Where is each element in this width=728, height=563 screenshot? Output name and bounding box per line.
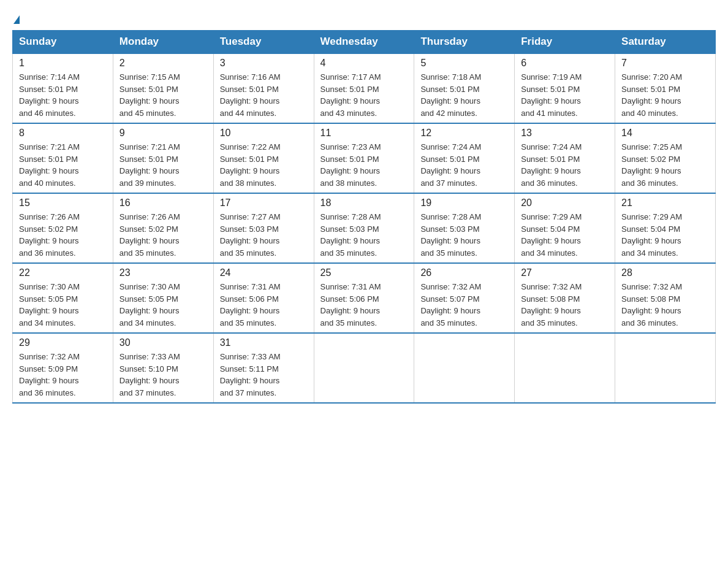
page-header (12, 12, 716, 24)
day-info: Sunrise: 7:26 AM Sunset: 5:02 PM Dayligh… (119, 211, 207, 259)
calendar-empty-cell (615, 333, 716, 403)
day-info: Sunrise: 7:20 AM Sunset: 5:01 PM Dayligh… (621, 71, 709, 119)
day-number: 23 (119, 267, 207, 278)
calendar-day-15: 15 Sunrise: 7:26 AM Sunset: 5:02 PM Dayl… (13, 193, 113, 263)
day-info: Sunrise: 7:30 AM Sunset: 5:05 PM Dayligh… (119, 281, 207, 329)
calendar-empty-cell (414, 333, 515, 403)
calendar-day-13: 13 Sunrise: 7:24 AM Sunset: 5:01 PM Dayl… (515, 123, 615, 193)
calendar-day-14: 14 Sunrise: 7:25 AM Sunset: 5:02 PM Dayl… (615, 123, 716, 193)
calendar-day-7: 7 Sunrise: 7:20 AM Sunset: 5:01 PM Dayli… (615, 53, 716, 123)
day-number: 4 (320, 58, 408, 69)
calendar-day-23: 23 Sunrise: 7:30 AM Sunset: 5:05 PM Dayl… (113, 263, 213, 333)
day-info: Sunrise: 7:33 AM Sunset: 5:11 PM Dayligh… (220, 351, 308, 399)
day-number: 16 (119, 197, 207, 209)
day-info: Sunrise: 7:24 AM Sunset: 5:01 PM Dayligh… (420, 141, 508, 189)
calendar-day-9: 9 Sunrise: 7:21 AM Sunset: 5:01 PM Dayli… (113, 123, 213, 193)
calendar-week-row: 22 Sunrise: 7:30 AM Sunset: 5:05 PM Dayl… (13, 263, 716, 333)
day-info: Sunrise: 7:18 AM Sunset: 5:01 PM Dayligh… (420, 71, 508, 119)
calendar-day-24: 24 Sunrise: 7:31 AM Sunset: 5:06 PM Dayl… (213, 263, 314, 333)
day-info: Sunrise: 7:31 AM Sunset: 5:06 PM Dayligh… (320, 281, 408, 329)
day-info: Sunrise: 7:29 AM Sunset: 5:04 PM Dayligh… (621, 211, 709, 259)
logo (12, 12, 20, 24)
day-number: 10 (220, 128, 308, 139)
day-number: 27 (521, 267, 609, 278)
calendar-day-8: 8 Sunrise: 7:21 AM Sunset: 5:01 PM Dayli… (13, 123, 113, 193)
day-number: 2 (119, 58, 207, 69)
weekday-header-friday: Friday (515, 31, 615, 54)
day-info: Sunrise: 7:29 AM Sunset: 5:04 PM Dayligh… (521, 211, 609, 259)
calendar-day-10: 10 Sunrise: 7:22 AM Sunset: 5:01 PM Dayl… (213, 123, 314, 193)
day-info: Sunrise: 7:32 AM Sunset: 5:08 PM Dayligh… (621, 281, 709, 329)
calendar-day-22: 22 Sunrise: 7:30 AM Sunset: 5:05 PM Dayl… (13, 263, 113, 333)
day-number: 12 (420, 128, 508, 139)
calendar-day-30: 30 Sunrise: 7:33 AM Sunset: 5:10 PM Dayl… (113, 333, 213, 403)
day-number: 14 (621, 128, 709, 139)
calendar-week-row: 8 Sunrise: 7:21 AM Sunset: 5:01 PM Dayli… (13, 123, 716, 193)
weekday-header-tuesday: Tuesday (213, 31, 314, 54)
calendar-day-1: 1 Sunrise: 7:14 AM Sunset: 5:01 PM Dayli… (13, 53, 113, 123)
calendar-day-28: 28 Sunrise: 7:32 AM Sunset: 5:08 PM Dayl… (615, 263, 716, 333)
day-number: 31 (220, 337, 308, 348)
calendar-day-29: 29 Sunrise: 7:32 AM Sunset: 5:09 PM Dayl… (13, 333, 113, 403)
day-info: Sunrise: 7:15 AM Sunset: 5:01 PM Dayligh… (119, 71, 207, 119)
day-number: 6 (521, 58, 609, 69)
calendar-table: SundayMondayTuesdayWednesdayThursdayFrid… (12, 30, 716, 404)
day-info: Sunrise: 7:25 AM Sunset: 5:02 PM Dayligh… (621, 141, 709, 189)
day-info: Sunrise: 7:32 AM Sunset: 5:07 PM Dayligh… (420, 281, 508, 329)
day-info: Sunrise: 7:21 AM Sunset: 5:01 PM Dayligh… (119, 141, 207, 189)
calendar-empty-cell (314, 333, 414, 403)
day-number: 19 (420, 197, 508, 209)
calendar-week-row: 1 Sunrise: 7:14 AM Sunset: 5:01 PM Dayli… (13, 53, 716, 123)
calendar-day-6: 6 Sunrise: 7:19 AM Sunset: 5:01 PM Dayli… (515, 53, 615, 123)
day-info: Sunrise: 7:26 AM Sunset: 5:02 PM Dayligh… (19, 211, 107, 259)
day-info: Sunrise: 7:16 AM Sunset: 5:01 PM Dayligh… (220, 71, 308, 119)
calendar-day-20: 20 Sunrise: 7:29 AM Sunset: 5:04 PM Dayl… (515, 193, 615, 263)
day-number: 1 (19, 58, 107, 69)
calendar-day-11: 11 Sunrise: 7:23 AM Sunset: 5:01 PM Dayl… (314, 123, 414, 193)
weekday-header-monday: Monday (113, 31, 213, 54)
day-number: 5 (420, 58, 508, 69)
weekday-header-thursday: Thursday (414, 31, 515, 54)
calendar-empty-cell (515, 333, 615, 403)
day-info: Sunrise: 7:27 AM Sunset: 5:03 PM Dayligh… (220, 211, 308, 259)
weekday-header-sunday: Sunday (13, 31, 113, 54)
calendar-day-4: 4 Sunrise: 7:17 AM Sunset: 5:01 PM Dayli… (314, 53, 414, 123)
weekday-header-saturday: Saturday (615, 31, 716, 54)
calendar-day-3: 3 Sunrise: 7:16 AM Sunset: 5:01 PM Dayli… (213, 53, 314, 123)
calendar-day-17: 17 Sunrise: 7:27 AM Sunset: 5:03 PM Dayl… (213, 193, 314, 263)
day-info: Sunrise: 7:28 AM Sunset: 5:03 PM Dayligh… (420, 211, 508, 259)
calendar-day-18: 18 Sunrise: 7:28 AM Sunset: 5:03 PM Dayl… (314, 193, 414, 263)
day-number: 13 (521, 128, 609, 139)
calendar-day-2: 2 Sunrise: 7:15 AM Sunset: 5:01 PM Dayli… (113, 53, 213, 123)
day-number: 9 (119, 128, 207, 139)
day-info: Sunrise: 7:30 AM Sunset: 5:05 PM Dayligh… (19, 281, 107, 329)
day-number: 15 (19, 197, 107, 209)
calendar-week-row: 15 Sunrise: 7:26 AM Sunset: 5:02 PM Dayl… (13, 193, 716, 263)
day-info: Sunrise: 7:14 AM Sunset: 5:01 PM Dayligh… (19, 71, 107, 119)
day-number: 26 (420, 267, 508, 278)
day-number: 7 (621, 58, 709, 69)
day-info: Sunrise: 7:31 AM Sunset: 5:06 PM Dayligh… (220, 281, 308, 329)
calendar-day-27: 27 Sunrise: 7:32 AM Sunset: 5:08 PM Dayl… (515, 263, 615, 333)
day-number: 20 (521, 197, 609, 209)
day-number: 3 (220, 58, 308, 69)
calendar-day-21: 21 Sunrise: 7:29 AM Sunset: 5:04 PM Dayl… (615, 193, 716, 263)
calendar-day-25: 25 Sunrise: 7:31 AM Sunset: 5:06 PM Dayl… (314, 263, 414, 333)
day-number: 24 (220, 267, 308, 278)
day-info: Sunrise: 7:33 AM Sunset: 5:10 PM Dayligh… (119, 351, 207, 399)
calendar-day-16: 16 Sunrise: 7:26 AM Sunset: 5:02 PM Dayl… (113, 193, 213, 263)
day-number: 11 (320, 128, 408, 139)
day-number: 17 (220, 197, 308, 209)
weekday-header-row: SundayMondayTuesdayWednesdayThursdayFrid… (13, 31, 716, 54)
day-number: 30 (119, 337, 207, 348)
calendar-day-26: 26 Sunrise: 7:32 AM Sunset: 5:07 PM Dayl… (414, 263, 515, 333)
day-info: Sunrise: 7:21 AM Sunset: 5:01 PM Dayligh… (19, 141, 107, 189)
day-info: Sunrise: 7:28 AM Sunset: 5:03 PM Dayligh… (320, 211, 408, 259)
day-info: Sunrise: 7:32 AM Sunset: 5:08 PM Dayligh… (521, 281, 609, 329)
calendar-day-19: 19 Sunrise: 7:28 AM Sunset: 5:03 PM Dayl… (414, 193, 515, 263)
day-number: 29 (19, 337, 107, 348)
day-info: Sunrise: 7:32 AM Sunset: 5:09 PM Dayligh… (19, 351, 107, 399)
day-number: 8 (19, 128, 107, 139)
day-info: Sunrise: 7:17 AM Sunset: 5:01 PM Dayligh… (320, 71, 408, 119)
weekday-header-wednesday: Wednesday (314, 31, 414, 54)
